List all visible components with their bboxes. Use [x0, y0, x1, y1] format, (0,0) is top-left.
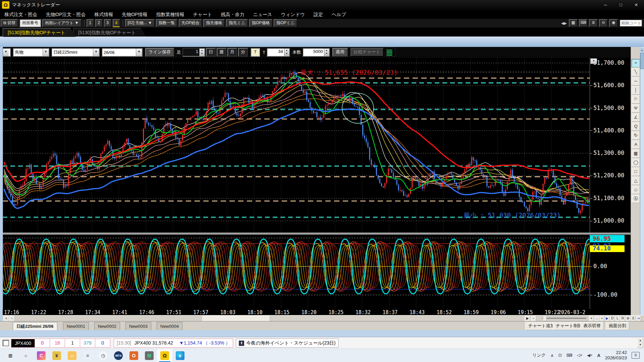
draw-tool-5[interactable]: Ψ	[632, 104, 640, 113]
chart-tab-3[interactable]: New0003	[125, 322, 151, 330]
tab-chart-0[interactable]: [5130]指数先物OPチャート	[3, 28, 76, 37]
toolbar-button-2[interactable]: 指先価格	[203, 19, 225, 27]
chart-tab-2[interactable]: New0002	[94, 322, 120, 330]
menu-item-0[interactable]: 株式注文・照会	[0, 10, 42, 19]
taskbar-notepad[interactable]: ≡	[80, 349, 95, 362]
toolbar-button-4[interactable]: 指OP価格	[249, 19, 272, 27]
tray-icon-0[interactable]: ⊡	[558, 353, 562, 358]
taskbar-search[interactable]: ○	[18, 349, 34, 362]
taskbar-edge[interactable]: e	[172, 349, 188, 362]
draw-tool-8[interactable]: ↻	[632, 131, 640, 140]
taskbar-office[interactable]: O	[126, 349, 142, 362]
bottom-button-3[interactable]: 画面分割	[606, 322, 629, 330]
tray-clock[interactable]: 22:42 2026/03/23	[605, 350, 627, 361]
taskbar-mt4[interactable]: MT4	[111, 349, 126, 362]
hscroll-right-0[interactable]: ▶	[525, 316, 530, 321]
draw-tool-11[interactable]: ◯	[632, 159, 640, 167]
draw-tool-3[interactable]: │	[632, 86, 640, 95]
window-nav-arrows-icon[interactable]: ◀▶	[561, 21, 567, 25]
taskbar-start[interactable]: ⊞	[3, 349, 18, 362]
news-headline-cell[interactable]: ⬆ 今夜の海外イベント・スケジュール(23日)	[236, 339, 338, 348]
depth-chart-icon[interactable]	[386, 48, 395, 57]
count-stepper[interactable]: 5000▲▼	[303, 48, 330, 57]
price-chart-canvas[interactable]	[3, 58, 590, 233]
taskbar-m-app[interactable]: M	[142, 349, 157, 362]
toolbar-icon-4[interactable]: ◉	[609, 19, 618, 27]
panel-splitter[interactable]	[3, 233, 631, 235]
zoom-button-D[interactable]: D	[610, 316, 615, 321]
taskbar-monex-trader[interactable]: Ω	[157, 349, 172, 362]
zoom-button-▪[interactable]: ▪	[599, 316, 604, 321]
price-axis-dropdown[interactable]: ▼	[590, 58, 597, 64]
draw-tool-0[interactable]: +	[632, 59, 640, 67]
menu-item-6[interactable]: 残高・余力	[216, 10, 249, 19]
hscroll-left-1[interactable]: ‹	[9, 316, 15, 321]
menu-item-4[interactable]: 指数業種情報	[152, 10, 189, 19]
ticker-symbol[interactable]: JPX400	[11, 339, 35, 348]
tray-link-label[interactable]: リンク	[532, 352, 546, 358]
screen-layout-dropdown[interactable]: 画面レイアウト ▼	[42, 19, 82, 27]
menu-item-9[interactable]: 設定	[309, 10, 327, 19]
draw-tool-7[interactable]: Q	[632, 122, 640, 131]
draw-tool-12[interactable]: □	[632, 168, 640, 176]
minimize-button[interactable]: ─	[598, 0, 613, 10]
draw-tool-15[interactable]: Ⓐ	[632, 195, 640, 203]
toolbar-button-3[interactable]: 指先ミニ	[226, 19, 248, 27]
toolbar-icon-1[interactable]: ⌨	[579, 19, 588, 27]
menu-item-5[interactable]: チャート	[189, 10, 216, 19]
preset-dropdown[interactable]: [02] 先物... ▼	[125, 19, 155, 27]
tray-chevron-icon[interactable]: ∧	[550, 353, 554, 358]
zoom-button-X[interactable]: X	[631, 316, 636, 321]
hscroll-right-1[interactable]: −	[531, 316, 536, 321]
draw-tool-1[interactable]: ╲	[632, 68, 640, 76]
zoom-button-L[interactable]: L	[615, 316, 620, 321]
bar-count-stepper[interactable]: 1▲▼	[182, 48, 205, 57]
horizontal-scrollbar-thumb[interactable]	[202, 316, 270, 321]
draw-tool-6[interactable]: ∠	[632, 113, 640, 122]
symbol-select[interactable]: 日経225mini▼	[51, 48, 100, 57]
vertical-scrollbar[interactable]	[640, 47, 644, 321]
notification-center-icon[interactable]: ①	[632, 352, 640, 359]
zoom-button-↔[interactable]: ↔	[594, 316, 599, 321]
toolbar-icon-0[interactable]: ▦	[569, 19, 578, 27]
contract-select[interactable]: 26/06▼	[102, 48, 143, 57]
draw-tool-9[interactable]: A	[632, 140, 640, 149]
zoom-button-⇥[interactable]: ⇥	[636, 316, 641, 321]
taskbar-copilot[interactable]: C	[34, 349, 49, 362]
bottom-button-2[interactable]: 表示切替	[580, 322, 604, 330]
scroll-up-icon[interactable]: ▲	[640, 48, 644, 53]
ime-indicator[interactable]: A	[597, 353, 600, 358]
chart-tab-0[interactable]: 日経225mini 26/06	[13, 322, 57, 330]
bar-width-slider-knob[interactable]	[543, 316, 547, 321]
zoom-button-⊕[interactable]: ⊕	[626, 316, 631, 321]
draw-tool-10[interactable]: ▦	[632, 149, 640, 158]
tick-value-stepper[interactable]: 34▲▼	[267, 48, 290, 57]
horizontal-scrollbar[interactable]: «‹▶−+↔▪▶DLR⊕X⇥	[3, 315, 644, 321]
menu-item-7[interactable]: ニュース	[249, 10, 276, 19]
taskbar-clock-app[interactable]: ◷	[95, 349, 111, 362]
menu-item-2[interactable]: 株式情報	[90, 10, 117, 19]
draw-tool-14[interactable]: ◇	[632, 186, 640, 194]
toolbar-button-0[interactable]: 指数一覧	[156, 19, 177, 27]
mini-dropdown[interactable]: ▼	[2, 48, 11, 57]
tray-icon-3[interactable]: ◀×	[587, 353, 592, 358]
period-button-日[interactable]: 日	[206, 48, 216, 57]
chart-tab-1[interactable]: New0001	[63, 322, 89, 330]
oscillator-canvas[interactable]	[3, 234, 590, 309]
zoom-button-+[interactable]: +	[589, 316, 594, 321]
tray-icon-2[interactable]: ◁×	[577, 353, 582, 358]
page-button-1[interactable]: 1	[87, 19, 94, 27]
maximize-button[interactable]: □	[613, 0, 629, 10]
menu-item-1[interactable]: 先物OP注文・照会	[42, 10, 90, 19]
menu-item-10[interactable]: ヘルプ	[327, 10, 351, 19]
zoom-button-▶[interactable]: ▶	[605, 316, 610, 321]
ticker-checkbox[interactable]	[3, 340, 9, 346]
page-button-4[interactable]: 4	[113, 19, 120, 27]
page-button-3[interactable]: 3	[104, 19, 111, 27]
tray-icon-1[interactable]: ⌨	[567, 353, 572, 358]
tick-mode-button[interactable]: T	[251, 48, 260, 57]
toolbar-icon-2[interactable]: ≣	[589, 19, 598, 27]
toolbar-button-5[interactable]: 指OPミニ	[274, 19, 297, 27]
hscroll-left-0[interactable]: «	[3, 316, 9, 321]
switch-button[interactable]: ⧉ 切替	[1, 19, 18, 27]
